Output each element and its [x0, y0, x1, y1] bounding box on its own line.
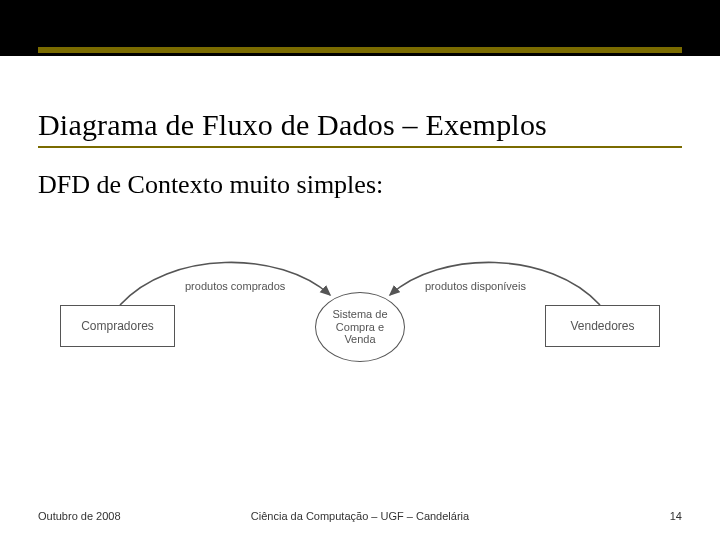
footer-slide-number: 14 [670, 510, 682, 522]
slide-title: Diagrama de Fluxo de Dados – Exemplos [38, 108, 547, 142]
external-entity-compradores: Compradores [60, 305, 175, 347]
process-sistema: Sistema de Compra e Venda [315, 292, 405, 362]
dfd-diagram: Compradores Sistema de Compra e Venda Ve… [60, 250, 660, 380]
title-underline [38, 146, 682, 148]
flow-label-produtos-comprados: produtos comprados [185, 280, 285, 292]
slide: Diagrama de Fluxo de Dados – Exemplos DF… [0, 0, 720, 540]
footer-course: Ciência da Computação – UGF – Candelária [0, 510, 720, 522]
external-entity-vendedores: Vendedores [545, 305, 660, 347]
header-accent-bar [38, 47, 682, 53]
slide-subtitle: DFD de Contexto muito simples: [38, 170, 383, 200]
flow-label-produtos-disponiveis: produtos disponíveis [425, 280, 526, 292]
